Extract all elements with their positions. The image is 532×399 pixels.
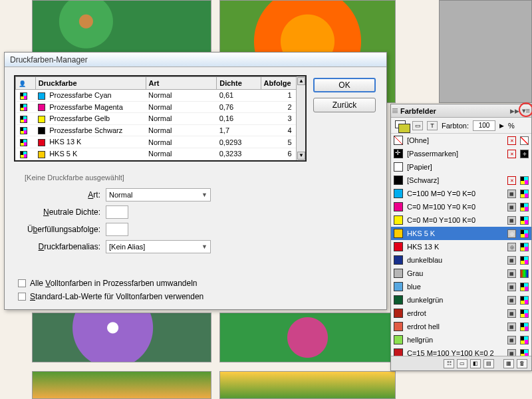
ink-table[interactable]: 👤 Druckfarbe Art Dichte Abfolge Prozessf… [14, 75, 307, 162]
ink-name: HKS 5 K [49, 150, 77, 158]
col-type[interactable]: Art [146, 77, 217, 90]
process-icon [520, 323, 529, 331]
delete-swatch-icon[interactable]: 🗑 [517, 359, 527, 368]
canvas-image [219, 313, 396, 362]
swatch-list[interactable]: [Ohne]✕[Passermarken]✕✛[Papier][Schwarz]… [391, 134, 531, 356]
trap-input[interactable] [106, 223, 128, 236]
swatch-color-icon [394, 295, 403, 305]
swatch-row[interactable]: dunkelgrün▦ [391, 293, 531, 307]
type-select[interactable]: Normal▼ [106, 188, 211, 201]
swatch-row[interactable]: erdrot▦ [391, 307, 531, 320]
ink-row[interactable]: Prozessfarbe MagentaNormal0,762 [16, 101, 305, 113]
ink-type-icon [20, 127, 27, 134]
swatch-name: [Ohne] [407, 136, 503, 144]
process-icon [520, 256, 529, 265]
swatch-color-icon [394, 269, 403, 278]
col-icon[interactable]: 👤 [16, 77, 36, 90]
swatch-name: erdrot hell [407, 323, 503, 331]
global-icon: ▦ [507, 256, 516, 265]
col-name[interactable]: Druckfarbe [35, 77, 146, 90]
ok-button[interactable]: OK [313, 78, 376, 92]
scroll-down-icon[interactable]: ▼ [297, 152, 305, 160]
collapse-icon[interactable]: ▶▶ [510, 108, 519, 114]
swatch-row[interactable]: erdrot hell▦ [391, 320, 531, 333]
swatch-row[interactable]: [Papier] [391, 160, 531, 174]
swatch-row[interactable]: [Ohne]✕ [391, 134, 531, 147]
swatch-row[interactable]: HKS 5 K◎ [391, 227, 531, 240]
swatch-row[interactable]: dunkelblau▦ [391, 253, 531, 267]
table-scrollbar[interactable]: ▲ ▼ [296, 76, 305, 160]
back-button[interactable]: Zurück [313, 98, 376, 112]
ink-type-icon [20, 151, 27, 158]
lab-values-checkbox[interactable]: Standard-Lab-Werte für Volltonfarben ver… [18, 292, 203, 301]
swatch-name: Grau [407, 269, 503, 277]
ink-row[interactable]: Prozessfarbe CyanNormal0,611 [16, 90, 305, 102]
swatch-row[interactable]: C=100 M=0 Y=0 K=0▦ [391, 187, 531, 200]
swatch-row[interactable]: [Schwarz]✕ [391, 174, 531, 187]
swatch-color-icon [394, 176, 403, 185]
ink-type: Normal [146, 136, 217, 148]
col-density[interactable]: Dichte [217, 77, 261, 90]
swatch-row[interactable]: hellgrün▦ [391, 333, 531, 346]
global-icon: ▦ [507, 283, 516, 291]
show-large-icon[interactable]: ◧ [470, 359, 481, 368]
ink-row[interactable]: HKS 13 KNormal0,92935 [16, 136, 305, 148]
swatch-name: C=15 M=100 Y=100 K=0 2 [407, 349, 503, 356]
swatch-color-icon [394, 136, 403, 145]
swatch-name: erdrot [407, 309, 503, 317]
swatch-row[interactable]: C=15 M=100 Y=100 K=0 2▦ [391, 346, 531, 356]
tone-input[interactable]: 100 [473, 120, 495, 131]
canvas-image [32, 371, 211, 399]
ink-type: Normal [146, 148, 217, 160]
annotation-circle [519, 102, 532, 117]
panel-tab-bar[interactable]: Farbfelder ▶▶ ▾≡ [391, 104, 531, 118]
ink-name: Prozessfarbe Gelb [49, 114, 110, 122]
swatch-row[interactable]: Grau▦ [391, 267, 531, 280]
swatch-color-icon [394, 322, 403, 331]
none-mode-icon [520, 136, 529, 145]
swatches-panel: Farbfelder ▶▶ ▾≡ ▭ T Farbton: 100 ▶ % [O… [390, 104, 532, 371]
process-icon [520, 176, 529, 185]
ink-type-icon [20, 92, 27, 100]
process-icon [520, 349, 529, 356]
container-format-icon[interactable]: ▭ [412, 121, 423, 130]
swatch-color-icon [394, 162, 403, 172]
tone-arrow-icon[interactable]: ▶ [499, 122, 504, 129]
process-icon [520, 283, 529, 291]
swatch-row[interactable]: C=0 M=0 Y=100 K=0▦ [391, 213, 531, 227]
ink-swatch-icon [38, 92, 45, 100]
fill-stroke-icon[interactable] [395, 120, 408, 131]
ink-row[interactable]: Prozessfarbe GelbNormal0,163 [16, 113, 305, 125]
new-swatch-icon[interactable]: ▤ [483, 359, 494, 368]
ink-type-icon [20, 116, 27, 123]
swatch-color-icon [394, 229, 403, 238]
swatch-row[interactable]: C=0 M=100 Y=0 K=0▦ [391, 200, 531, 213]
density-input[interactable] [106, 205, 128, 219]
swatch-row[interactable]: HKS 13 K◎ [391, 240, 531, 253]
swatch-color-icon [394, 202, 403, 211]
ink-type-icon [20, 104, 27, 111]
ink-row[interactable]: HKS 5 KNormal0,32336 [16, 148, 305, 160]
panel-grip-icon[interactable] [392, 108, 398, 113]
text-format-icon[interactable]: T [427, 121, 438, 130]
swatch-row[interactable]: blue▦ [391, 280, 531, 293]
tone-percent: % [508, 122, 515, 130]
swatch-color-icon [394, 215, 403, 225]
show-list-icon[interactable]: ☷ [444, 359, 454, 368]
canvas-image [32, 313, 211, 362]
ink-swatch-icon [38, 139, 45, 146]
non-editable-icon: ✕ [507, 150, 516, 158]
show-small-icon[interactable]: ▭ [457, 359, 467, 368]
convert-spot-checkbox[interactable]: Alle Volltonfarben in Prozessfarben umwa… [18, 279, 203, 288]
type-label: Art: [17, 190, 106, 200]
alias-select[interactable]: [Kein Alias]▼ [106, 240, 211, 253]
scroll-up-icon[interactable]: ▲ [297, 77, 305, 85]
dialog-titlebar[interactable]: Druckfarben-Manager [5, 53, 386, 67]
swatch-row[interactable]: [Passermarken]✕✛ [391, 147, 531, 160]
new-swatch2-icon[interactable]: ▦ [503, 359, 514, 368]
swatch-name: blue [407, 283, 503, 291]
swatch-name: [Schwarz] [407, 176, 503, 184]
ink-type: Normal [146, 124, 217, 136]
ink-row[interactable]: Prozessfarbe SchwarzNormal1,74 [16, 124, 305, 136]
ink-type: Normal [146, 90, 217, 102]
